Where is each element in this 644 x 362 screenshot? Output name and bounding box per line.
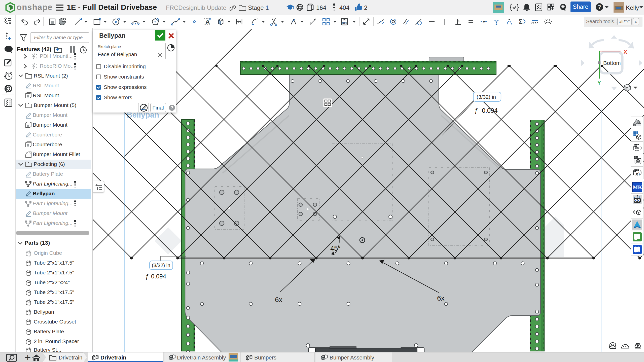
svg-text:Bottom: Bottom [603,60,621,66]
svg-text:x: x [635,171,638,176]
svg-text:Y: Y [597,80,601,86]
svg-text:A: A [205,18,210,25]
svg-text:45°: 45° [330,245,341,252]
svg-text:6x: 6x [437,294,445,302]
svg-text:ƒ: ƒ [474,107,478,114]
svg-text:DXF: DXF [342,22,347,25]
svg-text:X: X [624,49,627,55]
svg-text:(3/32) in: (3/32) in [477,94,496,100]
svg-text:6x: 6x [275,296,282,304]
svg-text:(3/32) in: (3/32) in [152,263,170,268]
svg-text:ƒ: ƒ [145,273,149,280]
svg-text:): ) [638,172,640,176]
svg-text:Σ: Σ [519,18,523,25]
svg-text:0.094: 0.094 [482,107,498,114]
svg-text:0.094: 0.094 [151,273,166,280]
